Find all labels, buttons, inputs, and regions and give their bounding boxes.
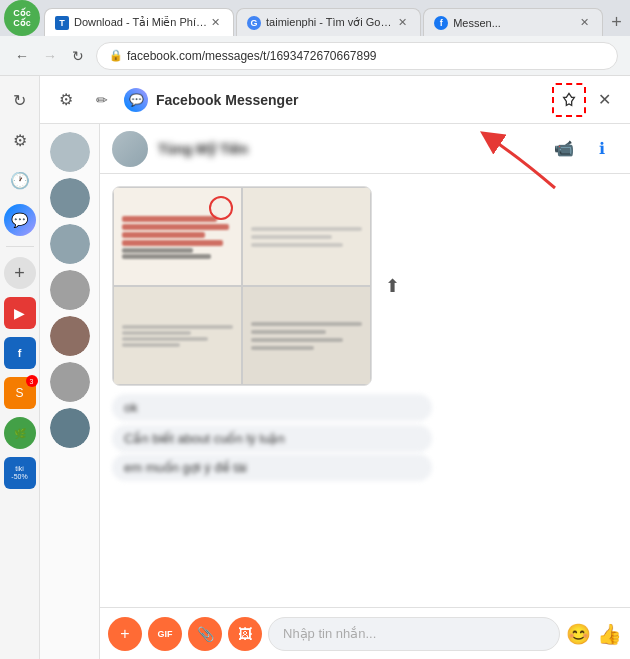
info-button[interactable]: ℹ [586, 133, 618, 165]
messages-area[interactable]: ⬆ ok Cần biết about cuốn lý luận em muốn… [100, 174, 630, 607]
sidebar-youtube[interactable]: ▶ [4, 297, 36, 329]
image-message: ⬆ [112, 186, 618, 386]
conv-avatar [112, 131, 148, 167]
browser-logo: CốcCốc [4, 0, 40, 36]
input-bar: + GIF 📎 🖼 Nhập tin nhắn... 😊 👍 [100, 607, 630, 659]
tab-title-google: taimienphi - Tìm với Google [266, 16, 394, 29]
image-grid [113, 187, 371, 385]
sticker-button[interactable]: 📎 [188, 617, 222, 651]
contacts-sidebar [40, 124, 100, 659]
sidebar-settings[interactable]: ⚙ [4, 124, 36, 156]
tab-favicon-google: G [247, 16, 261, 30]
settings-icon[interactable]: ⚙ [52, 86, 80, 114]
photo-button[interactable]: 🖼 [228, 617, 262, 651]
pin-button-wrapper [552, 83, 586, 117]
gif-button[interactable]: GIF [148, 617, 182, 651]
contact-avatar-5[interactable] [50, 316, 90, 356]
browser-logo-text: CốcCốc [13, 8, 31, 28]
video-call-button[interactable]: 📹 [548, 133, 580, 165]
tab-favicon-messenger: f [434, 16, 448, 30]
address-bar: ← → ↻ 🔒 facebook.com/messages/t/16934726… [0, 36, 630, 76]
conv-actions: 📹 ℹ [548, 133, 618, 165]
sidebar-refresh[interactable]: ↻ [4, 84, 36, 116]
tab-close-google[interactable]: ✕ [394, 15, 410, 31]
sidebar-shopee[interactable]: S 3 [4, 377, 36, 409]
tab-bar: CốcCốc T Download - Tải Miễn Phí VN ✕ G … [0, 0, 630, 36]
messenger-panel: ⚙ ✏ 💬 Facebook Messenger [40, 76, 630, 659]
message-3: em muốn gợi ý đề tài [112, 454, 432, 481]
contact-avatar-6[interactable] [50, 362, 90, 402]
shopee-badge: 3 [26, 375, 38, 387]
sidebar-add[interactable]: + [4, 257, 36, 289]
messenger-header-left: ⚙ ✏ 💬 Facebook Messenger [52, 86, 298, 114]
tab-download[interactable]: T Download - Tải Miễn Phí VN ✕ [44, 8, 234, 36]
like-button[interactable]: 👍 [597, 622, 622, 646]
address-text: facebook.com/messages/t/1693472670667899 [127, 49, 605, 63]
messenger-header: ⚙ ✏ 💬 Facebook Messenger [40, 76, 630, 124]
tab-title-download: Download - Tải Miễn Phí VN [74, 16, 207, 29]
reload-button[interactable]: ↻ [64, 42, 92, 70]
browser-sidebar: ↻ ⚙ 🕐 💬 + ▶ f S 3 🌿 tiki-50% [0, 76, 40, 659]
sidebar-messenger[interactable]: 💬 [4, 204, 36, 236]
tab-google[interactable]: G taimienphi - Tìm với Google ✕ [236, 8, 421, 36]
messenger-header-right: ✕ [552, 83, 618, 117]
browser-content: ↻ ⚙ 🕐 💬 + ▶ f S 3 🌿 tiki-50% ⚙ ✏ [0, 76, 630, 659]
close-button[interactable]: ✕ [590, 86, 618, 114]
pin-button[interactable] [556, 87, 582, 113]
lock-icon: 🔒 [109, 49, 123, 62]
image-q2 [242, 187, 371, 286]
conversation-header: Tùng Mỹ Tiên 📹 ℹ [100, 124, 630, 174]
sidebar-tiki[interactable]: tiki-50% [4, 457, 36, 489]
back-button[interactable]: ← [8, 42, 36, 70]
message-2: Cần biết about cuốn lý luận [112, 425, 432, 452]
tab-messenger[interactable]: f Messen... ✕ [423, 8, 603, 36]
edit-icon[interactable]: ✏ [88, 86, 116, 114]
messenger-logo: 💬 [124, 88, 148, 112]
tab-close-messenger[interactable]: ✕ [576, 15, 592, 31]
message-image [112, 186, 372, 386]
messenger-logo-icon: 💬 [129, 93, 144, 107]
messenger-title: Facebook Messenger [156, 92, 298, 108]
main-chat: Tùng Mỹ Tiên 📹 ℹ [100, 124, 630, 659]
sidebar-history[interactable]: 🕐 [4, 164, 36, 196]
contact-avatar-3[interactable] [50, 224, 90, 264]
tab-title-messenger: Messen... [453, 17, 576, 29]
circle-watermark [209, 196, 233, 220]
tab-favicon-download: T [55, 16, 69, 30]
contact-avatar-7[interactable] [50, 408, 90, 448]
image-q4 [242, 286, 371, 385]
new-tab-button[interactable]: + [603, 8, 630, 36]
add-attachment-button[interactable]: + [108, 617, 142, 651]
pin-icon [561, 92, 577, 108]
sidebar-facebook[interactable]: f [4, 337, 36, 369]
contact-avatar-4[interactable] [50, 270, 90, 310]
chat-area: Tùng Mỹ Tiên 📹 ℹ [40, 124, 630, 659]
chat-input[interactable]: Nhập tin nhắn... [268, 617, 560, 651]
share-button[interactable]: ⬆ [385, 275, 400, 297]
contact-avatar-1[interactable] [50, 132, 90, 172]
address-input[interactable]: 🔒 facebook.com/messages/t/16934726706678… [96, 42, 618, 70]
forward-button[interactable]: → [36, 42, 64, 70]
image-q3 [113, 286, 242, 385]
text-messages: ok Cần biết about cuốn lý luận em muốn g… [112, 394, 618, 481]
browser-frame: CốcCốc T Download - Tải Miễn Phí VN ✕ G … [0, 0, 630, 659]
contact-avatar-2[interactable] [50, 178, 90, 218]
emoji-button[interactable]: 😊 [566, 622, 591, 646]
sidebar-green-app[interactable]: 🌿 [4, 417, 36, 449]
image-q1 [113, 187, 242, 286]
message-1: ok [112, 394, 432, 421]
tab-close-download[interactable]: ✕ [207, 15, 223, 31]
conv-name: Tùng Mỹ Tiên [158, 141, 548, 157]
chat-input-placeholder: Nhập tin nhắn... [283, 626, 376, 641]
